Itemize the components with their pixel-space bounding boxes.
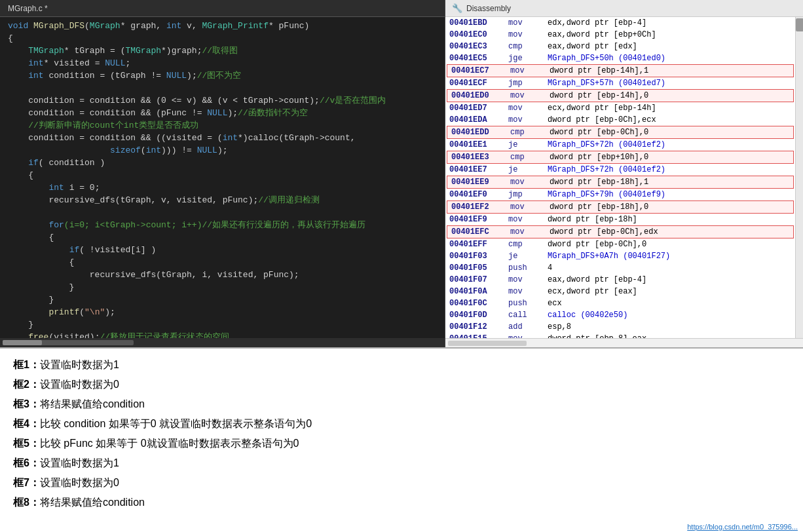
disasm-row-highlighted: 00401EC7 mov dword ptr [ebp-14h],1 [447, 64, 794, 77]
code-panel: MGraph.c * void MGraph_DFS(MGraph* graph… [0, 0, 445, 347]
disasm-tab-label: Disassembly [466, 4, 511, 13]
code-line: int i = 0; [5, 181, 445, 194]
code-line [5, 206, 445, 219]
code-line [5, 82, 445, 94]
disasm-row-highlighted: 00401EFC mov dword ptr [ebp-0Ch],edx [447, 225, 794, 238]
code-line: //判断新申请的count个int类型是否否成功 [5, 119, 445, 132]
annotation-text-3: 将结果赋值给condition [40, 398, 145, 409]
annotation-line-6: 框6：设置临时数据为1 [13, 453, 790, 473]
disasm-row: 00401F0D call calloc (00402e50) [445, 309, 795, 321]
code-tab[interactable]: MGraph.c * [0, 0, 445, 17]
disasm-hscrollbar[interactable] [445, 338, 803, 347]
disasm-row: 00401F0C push ecx [445, 297, 795, 309]
annotation-text-2: 设置临时数据为0 [40, 379, 119, 390]
annotation-label-3: 框3： [13, 398, 40, 409]
code-line: if( !visited[i] ) [5, 244, 445, 256]
annotation-line-8: 框8：将结果赋值给condition [13, 493, 790, 512]
disasm-row: 00401ECF jmp MGraph_DFS+57h (00401ed7) [445, 77, 795, 89]
code-line: recursive_dfs(tGraph, v, visited, pFunc)… [5, 194, 445, 206]
annotation-label-5: 框5： [13, 438, 40, 449]
disasm-area: 00401EBD mov edx,dword ptr [ebp-4] 00401… [445, 17, 795, 338]
disasm-row: 00401EDA mov dword ptr [ebp-0Ch],ecx [445, 114, 795, 126]
code-line: free(visited);//释放用于记录查看行状态的空间 [5, 331, 445, 338]
annotation-label-2: 框2： [13, 379, 40, 390]
annotation-text-1: 设置临时数据为1 [40, 359, 119, 370]
annotation-text-7: 设置临时数据为0 [40, 477, 119, 488]
disasm-row: 00401F12 add esp,8 [445, 321, 795, 333]
code-line: for(i=0; i<tGraph->count; i++)//如果还有行没遍历… [5, 219, 445, 231]
code-tab-label: MGraph.c * [8, 4, 48, 13]
disasm-row: 00401EF9 mov dword ptr [ebp-18h] [445, 214, 795, 225]
left-scrollbar[interactable] [0, 338, 445, 347]
disasm-row: 00401F05 push 4 [445, 262, 795, 274]
disasm-panel: 🔧 Disassembly 00401EBD mov edx,dword ptr… [445, 0, 803, 347]
annotation-line-3: 框3：将结果赋值给condition [13, 394, 790, 414]
disasm-row: 00401EFF cmp dword ptr [ebp-0Ch],0 [445, 238, 795, 250]
annotation-text-6: 设置临时数据为1 [40, 457, 119, 468]
disasm-icon: 🔧 [452, 3, 462, 13]
code-line: { [5, 32, 445, 45]
disasm-row: 00401ED7 mov ecx,dword ptr [ebp-14h] [445, 102, 795, 114]
code-line: int* visited = NULL; [5, 57, 445, 69]
code-line: } [5, 318, 445, 331]
disasm-row: 00401EF0 jmp MGraph_DFS+79h (00401ef9) [445, 189, 795, 200]
disasm-row: 00401EC3 cmp eax,dword ptr [edx] [445, 41, 795, 52]
annotation-label-6: 框6： [13, 457, 40, 468]
disasm-row-highlighted: 00401ED0 mov dword ptr [ebp-14h],0 [447, 89, 794, 102]
disasm-row: 00401EE7 je MGraph_DFS+72h (00401ef2) [445, 164, 795, 176]
code-line: recursive_dfs(tGraph, i, visited, pFunc)… [5, 269, 445, 281]
code-line: int condition = (tGraph != NULL);//图不为空 [5, 69, 445, 82]
annotation-text-4: 比较 condition 如果等于0 就设置临时数据表示整条语句为0 [40, 418, 312, 429]
disasm-row: 00401EC5 jge MGraph_DFS+50h (00401ed0) [445, 52, 795, 64]
annotation-line-4: 框4：比较 condition 如果等于0 就设置临时数据表示整条语句为0 [13, 414, 790, 434]
disasm-row-highlighted: 00401EE3 cmp dword ptr [ebp+10h],0 [447, 151, 794, 164]
annotation-label-1: 框1： [13, 359, 40, 370]
disasm-row: 00401F07 mov eax,dword ptr [ebp-4] [445, 274, 795, 286]
code-line: } [5, 294, 445, 306]
disasm-row: 00401F0A mov ecx,dword ptr [eax] [445, 286, 795, 297]
code-line: condition = condition && (0 <= v) && (v … [5, 94, 445, 107]
annotation-line-5: 框5：比较 pFunc 如果等于 0就设置临时数据表示整条语句为0 [13, 434, 790, 453]
disasm-row: 00401EBD mov edx,dword ptr [ebp-4] [445, 17, 795, 29]
disasm-row-highlighted: 00401EDD cmp dword ptr [ebp-0Ch],0 [447, 126, 794, 139]
annotation-label-7: 框7： [13, 477, 40, 488]
code-line: TMGraph* tGraph = (TMGraph*)graph;//取得图 [5, 45, 445, 57]
code-line: sizeof(int))) != NULL); [5, 144, 445, 157]
code-line: { [5, 231, 445, 244]
code-line: void MGraph_DFS(MGraph* graph, int v, MG… [5, 20, 445, 32]
disasm-row: 00401F15 mov dword ptr [ebp-8],eax [445, 333, 795, 338]
code-line: condition = condition && ((visited = (in… [5, 132, 445, 144]
code-line: if( condition ) [5, 157, 445, 169]
code-line: { [5, 169, 445, 181]
disasm-tab[interactable]: 🔧 Disassembly [445, 0, 803, 17]
annotation-label-8: 框8： [13, 497, 40, 508]
annotation-line-2: 框2：设置临时数据为0 [13, 375, 790, 394]
annotation-line-7: 框7：设置临时数据为0 [13, 473, 790, 493]
annotation-area: 框1：设置临时数据为1 框2：设置临时数据为0 框3：将结果赋值给conditi… [0, 347, 803, 532]
code-line: printf("\n"); [5, 306, 445, 318]
disasm-scrollbar[interactable] [795, 17, 803, 338]
code-line: { [5, 256, 445, 269]
disasm-row-highlighted: 00401EF2 mov dword ptr [ebp-18h],0 [447, 200, 794, 214]
annotation-text-8: 将结果赋值给condition [40, 497, 145, 508]
disasm-row: 00401EE1 je MGraph_DFS+72h (00401ef2) [445, 139, 795, 151]
annotation-line-1: 框1：设置临时数据为1 [13, 355, 790, 375]
disasm-row: 00401F03 je MGraph_DFS+0A7h (00401F27) [445, 250, 795, 262]
watermark[interactable]: https://blog.csdn.net/m0_375996... [687, 523, 798, 531]
code-area: void MGraph_DFS(MGraph* graph, int v, MG… [0, 17, 445, 338]
disasm-row: 00401EC0 mov eax,dword ptr [ebp+0Ch] [445, 29, 795, 41]
annotation-text-5: 比较 pFunc 如果等于 0就设置临时数据表示整条语句为0 [40, 438, 299, 449]
annotation-label-4: 框4： [13, 418, 40, 429]
code-line: } [5, 281, 445, 294]
code-line: condition = condition && (pFunc != NULL)… [5, 107, 445, 119]
disasm-row-highlighted: 00401EE9 mov dword ptr [ebp-18h],1 [447, 176, 794, 189]
